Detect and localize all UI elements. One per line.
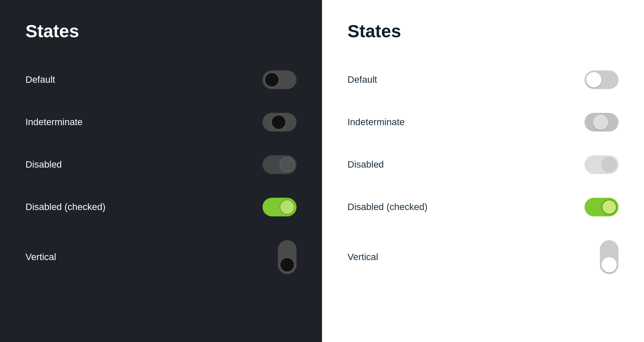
dark-panel: States Default Indeterminate Disabled Di… — [0, 0, 322, 342]
light-disabled-label: Disabled — [347, 159, 384, 170]
light-indeterminate-thumb — [593, 115, 608, 130]
dark-disabled-toggle-wrapper — [263, 155, 297, 174]
dark-indeterminate-row: Indeterminate — [25, 101, 297, 143]
light-disabled-checked-toggle-wrapper — [585, 198, 619, 216]
light-vertical-toggle-wrapper — [600, 240, 619, 274]
dark-indeterminate-label: Indeterminate — [25, 117, 83, 128]
light-disabled-thumb — [602, 157, 617, 172]
dark-panel-title: States — [25, 21, 297, 42]
dark-disabled-label: Disabled — [25, 159, 62, 170]
light-vertical-row: Vertical — [347, 228, 619, 286]
light-vertical-toggle[interactable] — [600, 240, 619, 274]
light-default-toggle-wrapper — [585, 70, 619, 89]
dark-disabled-checked-thumb — [280, 199, 295, 215]
dark-disabled-checked-label: Disabled (checked) — [25, 202, 105, 213]
light-panel: States Default Indeterminate Disabled Di… — [322, 0, 644, 342]
light-disabled-toggle — [585, 155, 619, 174]
dark-default-toggle[interactable] — [263, 70, 297, 89]
light-default-label: Default — [347, 74, 377, 85]
dark-indeterminate-thumb — [271, 115, 286, 130]
dark-default-toggle-wrapper — [263, 70, 297, 89]
light-disabled-toggle-wrapper — [585, 155, 619, 174]
dark-vertical-toggle[interactable] — [278, 240, 297, 274]
light-vertical-thumb — [602, 257, 617, 272]
light-indeterminate-label: Indeterminate — [347, 117, 405, 128]
light-default-thumb — [586, 72, 602, 87]
light-panel-title: States — [347, 21, 619, 42]
light-indeterminate-toggle-wrapper — [585, 113, 619, 132]
light-disabled-checked-row: Disabled (checked) — [347, 186, 619, 228]
light-disabled-checked-thumb — [602, 199, 617, 215]
dark-vertical-row: Vertical — [25, 228, 297, 286]
dark-disabled-row: Disabled — [25, 143, 297, 186]
light-disabled-row: Disabled — [347, 143, 619, 186]
dark-disabled-checked-toggle — [263, 198, 297, 216]
light-disabled-checked-toggle — [585, 198, 619, 216]
dark-disabled-toggle — [263, 155, 297, 174]
dark-vertical-label: Vertical — [25, 252, 56, 263]
dark-disabled-checked-row: Disabled (checked) — [25, 186, 297, 228]
dark-default-row: Default — [25, 59, 297, 101]
dark-indeterminate-toggle[interactable] — [263, 113, 297, 132]
light-indeterminate-row: Indeterminate — [347, 101, 619, 143]
dark-default-label: Default — [25, 74, 55, 85]
dark-vertical-toggle-wrapper — [278, 240, 297, 274]
dark-disabled-thumb — [280, 157, 295, 172]
light-indeterminate-toggle[interactable] — [585, 113, 619, 132]
light-vertical-label: Vertical — [347, 252, 378, 263]
light-disabled-checked-label: Disabled (checked) — [347, 202, 427, 213]
light-default-row: Default — [347, 59, 619, 101]
light-default-toggle[interactable] — [585, 70, 619, 89]
dark-indeterminate-toggle-wrapper — [263, 113, 297, 132]
dark-disabled-checked-toggle-wrapper — [263, 198, 297, 216]
dark-default-thumb — [264, 72, 280, 87]
dark-vertical-thumb — [280, 257, 295, 272]
